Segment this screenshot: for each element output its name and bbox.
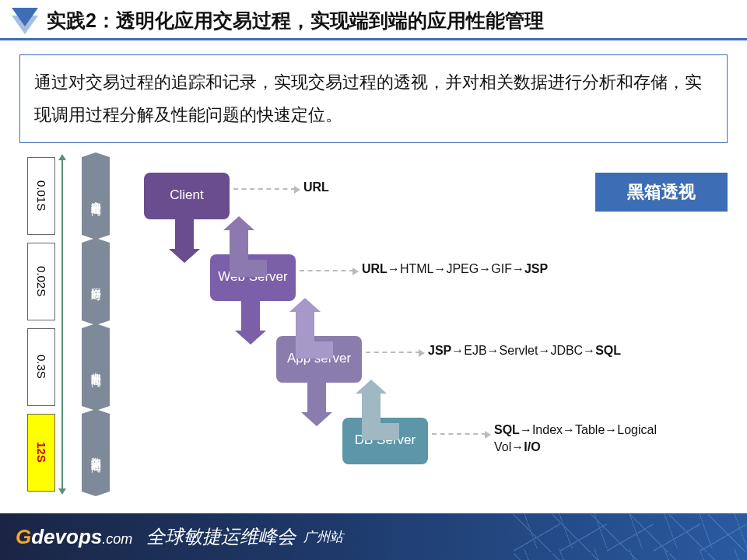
conference-name: 全球敏捷运维峰会 — [146, 524, 296, 549]
flow-diagram: Client Web Server App server DB Server U… — [128, 157, 728, 492]
dashed-arrow-icon — [233, 188, 296, 190]
flow-label-app: JSP→EJB→Servlet→JDBC→SQL — [428, 344, 621, 358]
conference-city: 广州站 — [303, 528, 343, 546]
slide-header: 实践2：透明化应用交易过程，实现端到端的应用性能管理 — [0, 0, 747, 47]
stage-column: 客户端处理时间 网络延时 中间件处理时间 数据库处理时间 — [82, 157, 110, 492]
flow-label-web: URL→HTML→JPEG→GIF→JSP — [362, 262, 548, 276]
stage-cell: 客户端处理时间 — [82, 157, 110, 235]
arrow-up-icon — [230, 216, 248, 277]
node-client: Client — [144, 173, 230, 219]
dashed-arrow-icon — [366, 352, 420, 353]
timing-cell: 0.02S — [27, 243, 55, 320]
dimension-line — [61, 160, 63, 488]
stage-cell: 数据库处理时间 — [82, 414, 110, 492]
dimension-arrow-up-icon — [58, 154, 66, 160]
dashed-arrow-icon — [300, 270, 354, 271]
flow-label-url: URL — [303, 180, 329, 194]
footer-network-decoration — [514, 513, 747, 560]
flow-label-db: SQL→Index→Table→Logical Vol→I/O — [494, 422, 696, 457]
description-box: 通过对交易过程的追踪和记录，实现交易过程的透视，并对相关数据进行分析和存储，实现… — [19, 54, 728, 143]
arrow-up-icon — [362, 380, 381, 440]
timing-column: 0.01S 0.02S 0.3S 12S — [27, 157, 55, 492]
stage-cell: 网络延时 — [82, 243, 110, 320]
title-underline — [0, 38, 747, 40]
arrow-down-icon — [307, 383, 326, 426]
arrow-down-icon — [241, 301, 260, 345]
timing-cell: 0.01S — [27, 157, 55, 235]
brand-logo: Gdevops.com — [16, 525, 132, 549]
header-chevron-icon — [12, 16, 38, 34]
timing-cell-highlight: 12S — [27, 414, 55, 492]
slide-title: 实践2：透明化应用交易过程，实现端到端的应用性能管理 — [47, 8, 747, 33]
dimension-arrow-down-icon — [58, 488, 66, 495]
badge-blackbox: 黑箱透视 — [595, 173, 728, 212]
dashed-arrow-icon — [432, 433, 486, 435]
diagram-area: 0.01S 0.02S 0.3S 12S 客户端处理时间 网络延时 中间件处理时… — [19, 157, 728, 503]
slide-footer: Gdevops.com 全球敏捷运维峰会 广州站 — [0, 513, 747, 560]
arrow-up-icon — [296, 298, 314, 359]
timing-cell: 0.3S — [27, 328, 55, 406]
stage-cell: 中间件处理时间 — [82, 328, 110, 406]
arrow-down-icon — [175, 219, 194, 263]
